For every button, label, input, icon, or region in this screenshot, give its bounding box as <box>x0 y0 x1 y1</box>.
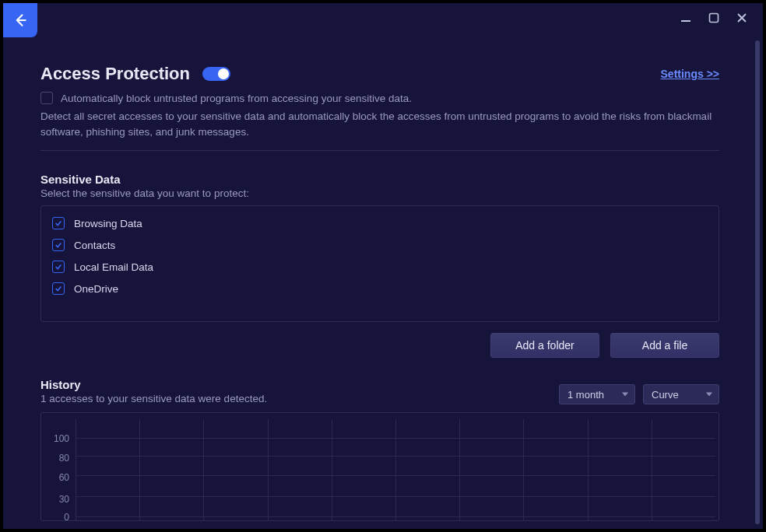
vertical-scrollbar[interactable] <box>755 40 760 524</box>
view-type-dropdown[interactable]: Curve <box>643 384 719 404</box>
auto-block-label: Automatically block untrusted programs f… <box>61 93 412 104</box>
maximize-button[interactable] <box>708 12 719 23</box>
check-icon <box>54 285 62 292</box>
checkbox-browsing-data[interactable] <box>52 217 65 229</box>
y-tick: 100 <box>54 433 69 444</box>
window-controls <box>680 3 763 23</box>
history-chart: 100 80 60 30 0 <box>40 412 719 521</box>
close-button[interactable] <box>736 12 747 23</box>
svg-rect-0 <box>681 20 690 22</box>
toggle-knob <box>218 68 229 79</box>
time-range-dropdown[interactable]: 1 month <box>559 384 635 404</box>
arrow-left-icon <box>12 12 28 28</box>
item-label: Contacts <box>74 240 115 251</box>
checkbox-onedrive[interactable] <box>52 282 65 295</box>
list-item: Browsing Data <box>52 217 708 229</box>
maximize-icon <box>708 12 719 23</box>
item-label: Browsing Data <box>74 218 142 229</box>
page-title: Access Protection <box>40 64 190 84</box>
access-protection-toggle[interactable] <box>202 67 230 81</box>
check-icon <box>54 263 62 271</box>
content-wrap: Access Protection Settings >> Automatica… <box>3 36 763 529</box>
page-header: Access Protection Settings >> <box>40 64 719 84</box>
item-label: Local Email Data <box>74 261 153 273</box>
sensitive-data-list: Browsing Data Contacts Local Email Data … <box>40 205 719 322</box>
button-row: Add a folder Add a file <box>40 333 719 358</box>
auto-block-row: Automatically block untrusted programs f… <box>40 92 719 104</box>
chart-y-axis: 100 80 60 30 0 <box>41 413 72 520</box>
check-icon <box>54 219 62 227</box>
dropdown-value: Curve <box>652 389 679 401</box>
y-tick: 30 <box>59 494 69 505</box>
divider <box>40 150 719 151</box>
history-header: History 1 accesses to your sensitive dat… <box>40 378 719 404</box>
list-item: Contacts <box>52 239 708 251</box>
back-button[interactable] <box>3 3 37 37</box>
svg-rect-1 <box>710 14 719 23</box>
y-tick: 60 <box>59 472 69 483</box>
chevron-down-icon <box>622 393 628 397</box>
add-folder-button[interactable]: Add a folder <box>490 333 599 358</box>
sensitive-data-subtitle: Select the sensitive data you want to pr… <box>40 187 719 199</box>
checkbox-contacts[interactable] <box>52 239 65 251</box>
y-tick: 80 <box>59 453 69 464</box>
chevron-down-icon <box>706 393 712 397</box>
check-icon <box>54 241 62 249</box>
close-icon <box>736 12 747 23</box>
auto-block-checkbox[interactable] <box>40 92 53 104</box>
description-text: Detect all secret accesses to your sensi… <box>40 109 719 139</box>
chart-grid <box>76 419 715 520</box>
history-subtitle: 1 accesses to your sensitive data were d… <box>40 393 551 404</box>
list-item: Local Email Data <box>52 261 708 273</box>
y-tick: 0 <box>64 512 69 521</box>
dropdown-value: 1 month <box>567 389 604 401</box>
content: Access Protection Settings >> Automatica… <box>3 36 757 529</box>
minimize-icon <box>680 12 691 23</box>
settings-link[interactable]: Settings >> <box>661 68 719 80</box>
minimize-button[interactable] <box>680 12 691 23</box>
titlebar <box>3 3 763 36</box>
checkbox-local-email-data[interactable] <box>52 261 65 273</box>
add-file-button[interactable]: Add a file <box>610 333 719 358</box>
list-item: OneDrive <box>52 282 708 295</box>
history-title: History <box>40 378 551 391</box>
item-label: OneDrive <box>74 283 118 295</box>
sensitive-data-title: Sensitive Data <box>40 173 719 186</box>
app-window: Access Protection Settings >> Automatica… <box>3 3 763 529</box>
